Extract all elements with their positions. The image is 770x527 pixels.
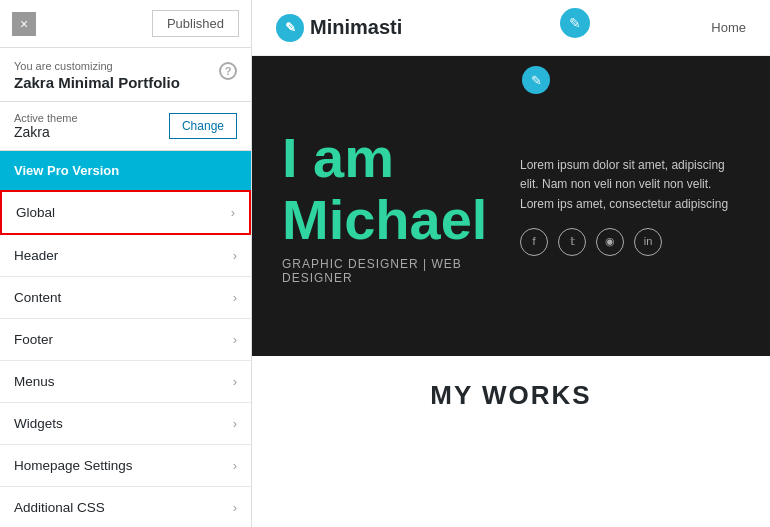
nav-item-header[interactable]: Header › — [0, 235, 251, 277]
hero-description: Lorem ipsum dolor sit amet, adipiscing e… — [520, 156, 740, 214]
customizing-info: You are customizing Zakra Minimal Portfo… — [0, 48, 251, 102]
nav-item-footer[interactable]: Footer › — [0, 319, 251, 361]
hero-greeting: I am Michael — [282, 127, 520, 250]
preview-navbar: ✎ Minimasti Home — [252, 0, 770, 56]
nav-item-content[interactable]: Content › — [0, 277, 251, 319]
sidebar: × Published You are customizing Zakra Mi… — [0, 0, 252, 527]
chevron-icon: › — [233, 248, 237, 263]
chevron-icon: › — [233, 500, 237, 515]
chevron-icon: › — [233, 290, 237, 305]
close-button[interactable]: × — [12, 12, 36, 36]
help-icon[interactable]: ? — [219, 62, 237, 80]
hero-edit-pencil[interactable]: ✎ — [522, 66, 550, 94]
published-button[interactable]: Published — [152, 10, 239, 37]
twitter-icon[interactable]: 𝕥 — [558, 228, 586, 256]
change-theme-button[interactable]: Change — [169, 113, 237, 139]
nav-item-css[interactable]: Additional CSS › — [0, 487, 251, 527]
customizing-text-block: You are customizing Zakra Minimal Portfo… — [14, 60, 180, 91]
logo-text: Minimasti — [310, 16, 402, 39]
site-logo: ✎ Minimasti — [276, 14, 402, 42]
portfolio-title: Zakra Minimal Portfolio — [14, 74, 180, 91]
facebook-icon[interactable]: f — [520, 228, 548, 256]
view-pro-button[interactable]: View Pro Version — [0, 151, 251, 190]
top-edit-pencil[interactable]: ✎ — [560, 8, 590, 38]
linkedin-icon[interactable]: in — [634, 228, 662, 256]
hero-text-block: I am Michael GRAPHIC DESIGNER | WEB DESI… — [282, 127, 520, 284]
nav-item-homepage[interactable]: Homepage Settings › — [0, 445, 251, 487]
chevron-icon: › — [233, 458, 237, 473]
nav-item-menus[interactable]: Menus › — [0, 361, 251, 403]
sidebar-top-bar: × Published — [0, 0, 251, 48]
social-icons: f 𝕥 ◉ in — [520, 228, 740, 256]
nav-item-widgets[interactable]: Widgets › — [0, 403, 251, 445]
chevron-icon: › — [233, 332, 237, 347]
chevron-icon: › — [233, 374, 237, 389]
theme-name: Zakra — [14, 124, 78, 140]
nav-home-link[interactable]: Home — [711, 20, 746, 35]
active-theme-label: Active theme — [14, 112, 78, 124]
nav-list: Global › Header › Content › Footer › Men… — [0, 190, 251, 527]
hero-description-block: Lorem ipsum dolor sit amet, adipiscing e… — [520, 156, 740, 256]
works-section: MY WORKS — [252, 356, 770, 435]
chevron-icon: › — [231, 205, 235, 220]
hero-section: I am Michael GRAPHIC DESIGNER | WEB DESI… — [252, 56, 770, 356]
theme-section: Active theme Zakra Change — [0, 102, 251, 151]
theme-info: Active theme Zakra — [14, 112, 78, 140]
preview-area: ✎ ✎ Minimasti Home ✎ I am Michael GRAPHI… — [252, 0, 770, 527]
chevron-icon: › — [233, 416, 237, 431]
works-title: MY WORKS — [282, 380, 740, 411]
nav-item-global[interactable]: Global › — [0, 190, 251, 235]
customizing-label: You are customizing — [14, 60, 180, 72]
hero-subtitle: GRAPHIC DESIGNER | WEB DESIGNER — [282, 257, 520, 285]
instagram-icon[interactable]: ◉ — [596, 228, 624, 256]
logo-pencil-icon[interactable]: ✎ — [276, 14, 304, 42]
